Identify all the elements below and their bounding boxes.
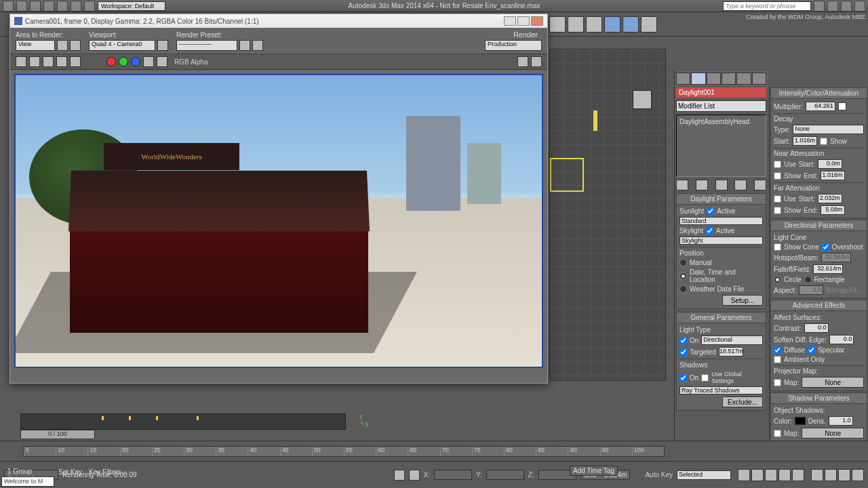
sunlight-active-checkbox[interactable] [707, 207, 714, 215]
shadows-on-checkbox[interactable] [679, 374, 687, 382]
create-tab[interactable] [676, 73, 690, 85]
skylight-active-checkbox[interactable] [706, 227, 713, 235]
specular-checkbox[interactable] [808, 346, 815, 354]
toggle-ui-a-icon[interactable] [517, 56, 528, 67]
hierarchy-tab[interactable] [707, 73, 721, 85]
falloff-spinner[interactable]: 32.614m [813, 264, 843, 274]
green-channel-toggle[interactable] [119, 57, 128, 66]
keyframe[interactable] [197, 416, 199, 420]
maximize-vp-icon[interactable] [852, 469, 864, 481]
channel-dropdown[interactable]: RGB Alpha [174, 58, 231, 66]
x-field[interactable] [434, 470, 472, 480]
render-setup-icon[interactable] [568, 16, 584, 33]
goto-start-icon[interactable] [738, 469, 750, 481]
target-distance-spinner[interactable]: 18.517m [719, 347, 743, 357]
shadow-map-button[interactable]: None [802, 428, 864, 439]
datetime-radio[interactable] [679, 272, 687, 280]
object-name-field[interactable]: Daylight001 [676, 87, 766, 98]
setup-button[interactable]: Setup... [722, 295, 763, 306]
show-end-icon[interactable] [696, 180, 708, 190]
pin-stack-icon[interactable] [676, 180, 688, 190]
save-icon[interactable] [43, 1, 54, 12]
render-button[interactable]: Render [513, 30, 542, 39]
viewport-lock-icon[interactable] [157, 40, 168, 51]
close-button[interactable] [531, 16, 543, 26]
motion-tab[interactable] [722, 73, 736, 85]
density-spinner[interactable]: 1.0 [829, 416, 853, 426]
goto-end-icon[interactable] [792, 469, 804, 481]
rectangle-radio[interactable] [804, 276, 812, 283]
maxscript-listener[interactable]: Welcome to M [1, 476, 54, 487]
make-unique-icon[interactable] [715, 180, 728, 190]
timeline-track[interactable]: 5101520253035404550556065707580859095100 [23, 446, 665, 457]
modifier-stack[interactable]: DaylightAssemblyHead [676, 115, 766, 177]
blue-channel-toggle[interactable] [131, 57, 140, 66]
near-start-spinner[interactable]: 0.0m [818, 159, 842, 169]
global-settings-checkbox[interactable] [701, 374, 709, 382]
maximize-button[interactable] [517, 16, 530, 26]
overshoot-checkbox[interactable] [822, 243, 829, 251]
light-type-dropdown[interactable]: Directional [701, 336, 763, 345]
viewport-dropdown[interactable]: Quad 4 - Camera0 [89, 40, 155, 51]
keyframe[interactable] [102, 416, 104, 420]
save-image-icon[interactable] [16, 56, 26, 67]
modifier-list-dropdown[interactable]: Modifier List [676, 100, 766, 112]
area-edit-icon[interactable] [57, 40, 68, 51]
color-swatch[interactable] [838, 102, 846, 110]
diffuse-checkbox[interactable] [774, 346, 781, 354]
ambient-checkbox[interactable] [774, 356, 781, 363]
remove-mod-icon[interactable] [734, 180, 747, 190]
next-frame-icon[interactable] [778, 469, 791, 481]
show-cone-checkbox[interactable] [774, 243, 781, 251]
exclude-button[interactable]: Exclude... [722, 396, 763, 407]
decay-start-spinner[interactable]: 1.016m [793, 136, 817, 146]
contrast-spinner[interactable]: 0.0 [804, 323, 829, 333]
utilities-tab[interactable] [752, 73, 766, 85]
clone-image-icon[interactable] [29, 56, 40, 67]
shadow-map-checkbox[interactable] [774, 430, 781, 437]
setkey-button[interactable]: Set Key [58, 468, 82, 476]
app-menu-icon[interactable] [3, 1, 14, 12]
targeted-checkbox[interactable] [679, 348, 687, 356]
manual-radio[interactable] [679, 259, 687, 266]
rollout-header[interactable]: General Parameters [677, 312, 766, 323]
zoom-icon[interactable] [43, 56, 54, 67]
shadow-color-swatch[interactable] [795, 417, 806, 425]
material-editor-icon[interactable] [549, 16, 566, 33]
orbit-icon[interactable] [838, 469, 850, 481]
autokey-button[interactable]: Auto Key [645, 471, 673, 479]
link-icon[interactable] [84, 1, 95, 12]
map-none-button[interactable]: None [802, 377, 864, 388]
minimize-icon[interactable] [827, 1, 838, 12]
help-search-input[interactable] [723, 1, 811, 11]
area-dropdown[interactable]: View [16, 40, 55, 51]
alpha-channel-icon[interactable] [143, 56, 154, 67]
near-show-checkbox[interactable] [774, 172, 781, 180]
keyframe[interactable] [129, 416, 131, 420]
rollout-header[interactable]: Intensity/Color/Attenuation [771, 88, 867, 99]
zoom-extents-icon[interactable] [825, 469, 837, 481]
red-channel-toggle[interactable] [106, 57, 116, 66]
keyframe[interactable] [156, 416, 158, 420]
far-start-spinner[interactable]: 2.032m [818, 194, 842, 203]
rollout-header[interactable]: Daylight Parameters [677, 194, 766, 205]
rollout-header[interactable]: Directional Parameters [771, 220, 867, 231]
decay-type-dropdown[interactable]: None [793, 125, 864, 134]
render-production-icon[interactable] [604, 16, 620, 33]
rollout-header[interactable]: Advanced Effects [771, 300, 867, 311]
open-icon[interactable] [30, 1, 41, 12]
close-icon[interactable] [854, 1, 865, 12]
far-end-spinner[interactable]: 5.08m [821, 205, 845, 215]
isolate-icon[interactable] [409, 470, 420, 481]
display-tab[interactable] [736, 73, 751, 85]
clear-icon[interactable] [70, 56, 81, 67]
scene-object[interactable] [593, 110, 597, 131]
near-end-spinner[interactable]: 1.016m [821, 171, 845, 180]
time-slider-thumb[interactable]: 0 / 100 [20, 430, 95, 439]
key-filters-button[interactable]: Key Filters... [89, 468, 127, 476]
workspace-dropdown[interactable]: Workspace: Default [98, 1, 165, 11]
redo-icon[interactable] [71, 1, 81, 12]
viewcube-icon[interactable] [633, 90, 652, 109]
mono-channel-icon[interactable] [157, 56, 167, 67]
maximize-icon[interactable] [841, 1, 852, 12]
